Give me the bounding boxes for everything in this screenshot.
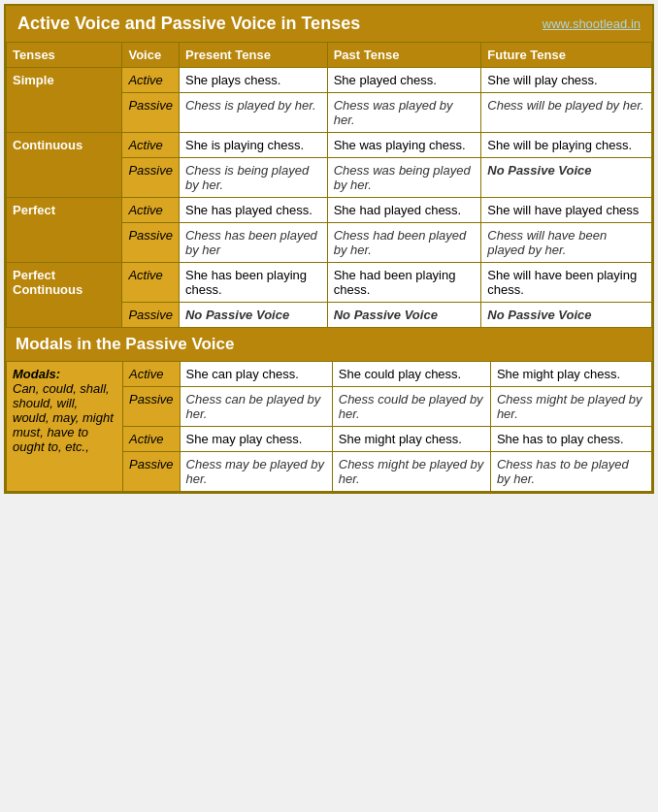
col-header-voice: Voice: [122, 43, 180, 68]
table-row: Simple Active She plays chess. She playe…: [7, 68, 652, 93]
voice-passive: Passive: [122, 93, 180, 133]
main-table: Tenses Voice Present Tense Past Tense Fu…: [6, 42, 652, 328]
simple-passive-past: Chess was played by her.: [327, 93, 481, 133]
perf-passive-future: Chess will have been played by her.: [481, 223, 652, 263]
cont-passive-future: No Passive Voice: [481, 158, 652, 198]
perfcont-active-future: She will have been playing chess.: [481, 263, 652, 303]
modal2-active-future: She has to play chess.: [490, 427, 651, 452]
perf-passive-past: Chess had been played by her.: [327, 223, 481, 263]
modal2-passive-present: Chess may be played by her.: [180, 452, 332, 492]
voice-active: Active: [123, 362, 181, 387]
modal2-passive-future: Chess has to be played by her.: [490, 452, 651, 492]
col-header-tenses: Tenses: [7, 43, 122, 68]
table-row: Perfect Continuous Active She has been p…: [7, 263, 652, 303]
tense-simple: Simple: [7, 68, 122, 133]
voice-passive: Passive: [122, 303, 180, 328]
modal1-active-future: She might play chess.: [490, 362, 651, 387]
voice-active: Active: [122, 263, 180, 303]
perf-active-future: She will have played chess: [481, 198, 652, 223]
tense-perfect: Perfect: [7, 198, 122, 263]
table-row: Modals: Can, could, shall, should, will,…: [7, 362, 652, 387]
perfcont-passive-past: No Passive Voice: [327, 303, 481, 328]
main-title-bar: Active Voice and Passive Voice in Tenses…: [6, 6, 652, 42]
table-row: Perfect Active She has played chess. She…: [7, 198, 652, 223]
modal2-active-present: She may play chess.: [180, 427, 332, 452]
col-header-past: Past Tense: [327, 43, 481, 68]
perfcont-active-present: She has been playing chess.: [179, 263, 327, 303]
modal2-active-past: She might play chess.: [332, 427, 490, 452]
perf-active-present: She has played chess.: [179, 198, 327, 223]
main-title-text: Active Voice and Passive Voice in Tenses: [17, 14, 360, 34]
header-row: Tenses Voice Present Tense Past Tense Fu…: [7, 43, 652, 68]
simple-passive-present: Chess is played by her.: [179, 93, 327, 133]
website-link[interactable]: www.shootlead.in: [543, 16, 641, 31]
simple-active-past: She played chess.: [327, 68, 481, 93]
perf-active-past: She had played chess.: [327, 198, 481, 223]
cont-active-present: She is playing chess.: [179, 133, 327, 158]
voice-passive: Passive: [123, 452, 181, 492]
modals-section-title: Modals in the Passive Voice: [6, 328, 652, 361]
cont-active-future: She will be playing chess.: [481, 133, 652, 158]
modal1-active-past: She could play chess.: [332, 362, 490, 387]
voice-active: Active: [122, 133, 180, 158]
col-header-present: Present Tense: [179, 43, 327, 68]
cont-passive-past: Chess was being played by her.: [327, 158, 481, 198]
tense-perfect-continuous: Perfect Continuous: [7, 263, 122, 328]
simple-active-future: She will play chess.: [481, 68, 652, 93]
voice-active: Active: [123, 427, 181, 452]
modal1-passive-present: Chess can be played by her.: [180, 387, 332, 427]
perfcont-passive-present: No Passive Voice: [179, 303, 327, 328]
perfcont-active-past: She had been playing chess.: [327, 263, 481, 303]
voice-passive: Passive: [123, 387, 181, 427]
col-header-future: Future Tense: [481, 43, 652, 68]
modals-label-cell: Modals: Can, could, shall, should, will,…: [7, 362, 123, 492]
modal2-passive-past: Chess might be played by her.: [332, 452, 490, 492]
perfcont-passive-future: No Passive Voice: [481, 303, 652, 328]
cont-passive-present: Chess is being played by her.: [179, 158, 327, 198]
voice-passive: Passive: [122, 223, 180, 263]
voice-active: Active: [122, 68, 180, 93]
simple-active-present: She plays chess.: [179, 68, 327, 93]
tense-continuous: Continuous: [7, 133, 122, 198]
cont-active-past: She was playing chess.: [327, 133, 481, 158]
table-row: Continuous Active She is playing chess. …: [7, 133, 652, 158]
modals-table: Modals: Can, could, shall, should, will,…: [6, 361, 652, 492]
simple-passive-future: Chess will be played by her.: [481, 93, 652, 133]
modal1-passive-past: Chess could be played by her.: [332, 387, 490, 427]
modal1-passive-future: Chess might be played by her.: [490, 387, 651, 427]
modal1-active-present: She can play chess.: [180, 362, 332, 387]
main-container: Active Voice and Passive Voice in Tenses…: [4, 4, 654, 494]
voice-active: Active: [122, 198, 180, 223]
perf-passive-present: Chess has been played by her: [179, 223, 327, 263]
voice-passive: Passive: [122, 158, 180, 198]
